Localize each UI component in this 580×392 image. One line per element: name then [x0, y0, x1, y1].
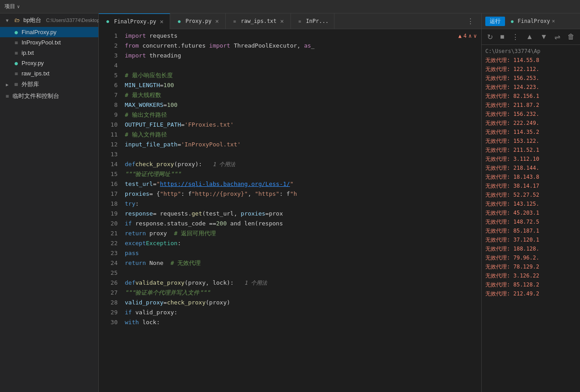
main-layout: ▼ 🗁 bp炮台 C:\Users\33774\Desktop\bp炮台 ● F…	[0, 13, 580, 392]
code-line: """验证单个代理并写入文件"""	[125, 288, 481, 298]
invalid-proxy-label: 无效代理: 156.253.	[485, 75, 539, 81]
root-collapse-icon: ▼	[4, 18, 11, 23]
run-tab-label: FinalProxy	[518, 18, 550, 24]
run-menu-button[interactable]: ⋮	[510, 32, 521, 42]
run-output-line: 无效代理: 82.156.1	[485, 92, 576, 101]
code-line: OUTPUT_FILE_PATH = 'FProxies.txt'	[125, 120, 481, 130]
run-restart-button[interactable]: ↻	[485, 32, 495, 42]
line-number: 18	[99, 199, 118, 209]
tab-proxy[interactable]: ● Proxy.py ×	[170, 13, 225, 29]
run-tab: ● FinalProxy ×	[509, 18, 555, 24]
line-number: 14	[99, 159, 118, 169]
code-line: with lock:	[125, 317, 481, 327]
invalid-proxy-label: 无效代理: 82.156.1	[485, 93, 539, 99]
run-output-line: 无效代理: 3.126.22	[485, 271, 576, 280]
run-output-line: 无效代理: 114.35.2	[485, 128, 576, 137]
line-number: 24	[99, 258, 118, 268]
project-label[interactable]: 项目	[4, 3, 15, 10]
invalid-proxy-label: 无效代理: 52.27.52	[485, 192, 539, 198]
sidebar-item-external[interactable]: ▶ ⊞ 外部库	[0, 79, 98, 90]
invalid-proxy-label: 无效代理: 45.203.1	[485, 210, 539, 216]
line-number: 20	[99, 219, 118, 229]
error-badge[interactable]: ▲ 4 ∧ ∨	[458, 31, 477, 41]
invalid-proxy-label: 无效代理: 122.112.	[485, 66, 539, 72]
invalid-proxy-label: 无效代理: 124.223.	[485, 84, 539, 90]
tab-finalproxy[interactable]: ● FinalProxy.py ×	[99, 13, 170, 29]
code-line: if response.status_code == 200 and len(r…	[125, 219, 481, 229]
root-folder-icon: 🗁	[13, 17, 21, 23]
run-clear-button[interactable]: 🗑	[566, 32, 576, 42]
line-number: 16	[99, 179, 118, 189]
code-line: proxies = {"http": f"http://{proxy}", "h…	[125, 189, 481, 199]
run-button[interactable]: 运行	[485, 17, 505, 26]
run-stop-button[interactable]: ■	[498, 32, 506, 42]
line-number: 12	[99, 140, 118, 150]
sidebar-item-finalproxy[interactable]: ● FinalProxy.py	[0, 27, 98, 37]
run-wrap-button[interactable]: ⇌	[553, 32, 562, 42]
invalid-proxy-label: 无效代理: 38.14.17	[485, 183, 539, 189]
invalid-proxy-label: 无效代理: 18.143.8	[485, 174, 539, 180]
sidebar-label-tempfiles: 临时文件和控制台	[13, 92, 59, 100]
run-output-line: 无效代理: 85.187.1	[485, 226, 576, 235]
sidebar-item-inproxypool[interactable]: ≡ InProxyPool.txt	[0, 37, 98, 48]
tab-close-rawips[interactable]: ×	[279, 18, 285, 25]
error-nav-down[interactable]: ∨	[474, 31, 477, 41]
tab-label-inpr: InPr...	[306, 18, 329, 24]
invalid-proxy-label: 无效代理: 85.187.1	[485, 228, 539, 234]
error-nav-up[interactable]: ∧	[469, 31, 472, 41]
tab-label-proxy: Proxy.py	[185, 18, 211, 24]
invalid-proxy-label: 无效代理: 148.72.5	[485, 219, 539, 225]
code-line: import requests	[125, 31, 481, 41]
run-output-line: 无效代理: 52.27.52	[485, 190, 576, 199]
tab-txt-icon-rawips: ≡	[231, 19, 238, 24]
code-content[interactable]: ▲ 4 ∧ ∨ import requestsfrom concurrent.f…	[121, 29, 481, 392]
run-output-line: 无效代理: 218.144.	[485, 163, 576, 172]
invalid-proxy-label: 无效代理: 114.35.2	[485, 129, 539, 135]
invalid-proxy-label: 无效代理: 3.112.10	[485, 156, 539, 162]
tab-inpr[interactable]: ≡ InPr...	[291, 13, 335, 29]
run-output-line: 无效代理: 45.203.1	[485, 208, 576, 217]
invalid-proxy-label: 无效代理: 156.232.	[485, 111, 539, 117]
run-output-line: 无效代理: 156.232.	[485, 110, 576, 119]
sidebar-item-tempfiles[interactable]: ≡ 临时文件和控制台	[0, 90, 98, 102]
run-tab-close[interactable]: ×	[552, 18, 555, 24]
run-panel-toolbar: ↻ ■ ⋮ ▲ ▼ ⇌ 🗑	[482, 29, 580, 45]
run-output[interactable]: C:\Users\33774\Ap无效代理: 114.55.8无效代理: 122…	[482, 45, 580, 392]
sidebar-label-inproxypool: InProxyPool.txt	[22, 39, 61, 46]
title-bar: 项目 ∨	[0, 0, 580, 13]
run-output-line: 无效代理: 37.120.1	[485, 235, 576, 244]
code-line: return None # 无效代理	[125, 258, 481, 268]
tab-rawips[interactable]: ≡ raw_ips.txt ×	[226, 13, 291, 29]
run-scroll-up-button[interactable]: ▲	[524, 32, 535, 42]
code-editor: 1234567891011121314151617181920212223242…	[99, 29, 481, 392]
invalid-proxy-label: 无效代理: 78.129.2	[485, 264, 539, 270]
sidebar-label-ip: ip.txt	[22, 49, 34, 56]
run-output-line: 无效代理: 3.112.10	[485, 154, 576, 163]
tab-more-button[interactable]: ⋮	[463, 17, 478, 26]
line-number: 8	[99, 100, 118, 110]
project-chevron-icon[interactable]: ∨	[17, 4, 20, 9]
sidebar-item-proxy[interactable]: ● Proxy.py	[0, 58, 98, 68]
invalid-proxy-label: 无效代理: 211.52.1	[485, 147, 539, 153]
line-number: 29	[99, 308, 118, 317]
sidebar-root-header[interactable]: ▼ 🗁 bp炮台 C:\Users\33774\Desktop\bp炮台	[0, 13, 98, 27]
run-output-line: 无效代理: 211.52.1	[485, 145, 576, 154]
sidebar-item-ip[interactable]: ≡ ip.txt	[0, 48, 98, 58]
code-line: from concurrent.futures import ThreadPoo…	[125, 41, 481, 51]
py-icon-finalproxy: ●	[13, 29, 20, 35]
run-output-line: 无效代理: 122.112.	[485, 65, 576, 74]
tab-close-finalproxy[interactable]: ×	[159, 18, 164, 25]
code-line	[125, 268, 481, 278]
tab-py-icon-finalproxy: ●	[104, 19, 111, 24]
line-number: 23	[99, 248, 118, 258]
hint-label: 1 个用法	[244, 278, 267, 288]
line-number: 22	[99, 238, 118, 248]
code-line: import threading	[125, 51, 481, 61]
line-number: 19	[99, 209, 118, 219]
run-scroll-down-button[interactable]: ▼	[539, 32, 549, 42]
invalid-proxy-label: 无效代理: 212.49.2	[485, 291, 539, 297]
tempfiles-icon: ≡	[4, 93, 11, 99]
tab-close-proxy[interactable]: ×	[214, 18, 220, 25]
sidebar-item-rawips[interactable]: ≡ raw_ips.txt	[0, 68, 98, 79]
line-numbers: 1234567891011121314151617181920212223242…	[99, 29, 121, 392]
